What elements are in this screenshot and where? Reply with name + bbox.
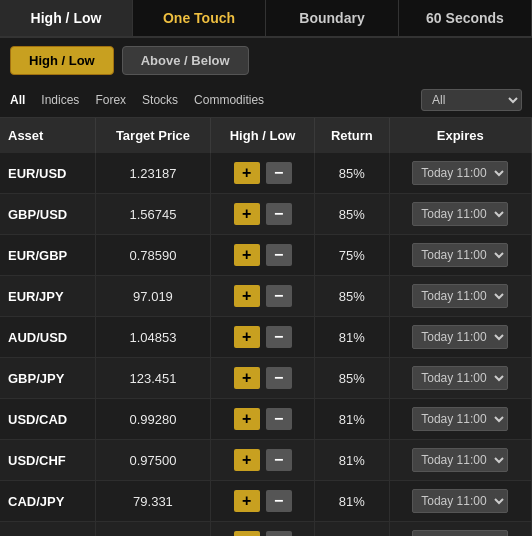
col-target-price: Target Price	[95, 118, 210, 153]
cell-target-price: 1.04853	[95, 317, 210, 358]
cell-high-low: +−	[210, 153, 314, 194]
cell-return: 81%	[315, 317, 389, 358]
cell-target-price: 97.019	[95, 276, 210, 317]
cell-high-low: +−	[210, 194, 314, 235]
table-row: AUD/USD1.04853+−81%Today 11:00	[0, 317, 532, 358]
btn-minus[interactable]: −	[266, 203, 292, 225]
cell-return: 85%	[315, 276, 389, 317]
btn-minus[interactable]: −	[266, 326, 292, 348]
table-row: AUD/JPY82.582+−72%Today 11:00	[0, 522, 532, 537]
btn-plus[interactable]: +	[234, 367, 260, 389]
btn-plus[interactable]: +	[234, 326, 260, 348]
col-high-low: High / Low	[210, 118, 314, 153]
cell-high-low: +−	[210, 481, 314, 522]
col-expires: Expires	[389, 118, 532, 153]
table-row: GBP/JPY123.451+−85%Today 11:00	[0, 358, 532, 399]
cell-return: 75%	[315, 235, 389, 276]
cell-return: 81%	[315, 440, 389, 481]
expires-dropdown[interactable]: Today 11:00	[412, 366, 508, 390]
top-tabs: High / Low One Touch Boundary 60 Seconds	[0, 0, 532, 38]
cell-return: 85%	[315, 194, 389, 235]
cell-asset: AUD/JPY	[0, 522, 95, 537]
cell-expires[interactable]: Today 11:00	[389, 399, 532, 440]
filter-commodities[interactable]: Commodities	[194, 93, 264, 107]
btn-plus[interactable]: +	[234, 203, 260, 225]
expires-dropdown[interactable]: Today 11:00	[412, 407, 508, 431]
cell-expires[interactable]: Today 11:00	[389, 481, 532, 522]
btn-plus[interactable]: +	[234, 531, 260, 536]
btn-minus[interactable]: −	[266, 490, 292, 512]
cell-high-low: +−	[210, 317, 314, 358]
btn-plus[interactable]: +	[234, 490, 260, 512]
btn-minus[interactable]: −	[266, 408, 292, 430]
btn-minus[interactable]: −	[266, 162, 292, 184]
cell-asset: GBP/JPY	[0, 358, 95, 399]
btn-plus[interactable]: +	[234, 162, 260, 184]
cell-asset: EUR/USD	[0, 153, 95, 194]
table-row: USD/CHF0.97500+−81%Today 11:00	[0, 440, 532, 481]
btn-plus[interactable]: +	[234, 408, 260, 430]
expires-dropdown[interactable]: Today 11:00	[412, 284, 508, 308]
btn-minus[interactable]: −	[266, 285, 292, 307]
cell-expires[interactable]: Today 11:00	[389, 522, 532, 537]
cell-expires[interactable]: Today 11:00	[389, 440, 532, 481]
table-row: CAD/JPY79.331+−81%Today 11:00	[0, 481, 532, 522]
cell-return: 72%	[315, 522, 389, 537]
expires-dropdown[interactable]: Today 11:00	[412, 202, 508, 226]
expires-dropdown[interactable]: Today 11:00	[412, 530, 508, 536]
expires-dropdown[interactable]: Today 11:00	[412, 161, 508, 185]
cell-asset: EUR/JPY	[0, 276, 95, 317]
filter-indices[interactable]: Indices	[41, 93, 79, 107]
cell-asset: GBP/USD	[0, 194, 95, 235]
expires-dropdown[interactable]: Today 11:00	[412, 489, 508, 513]
filter-all[interactable]: All	[10, 93, 25, 107]
cell-target-price: 123.451	[95, 358, 210, 399]
cell-target-price: 0.99280	[95, 399, 210, 440]
sub-tabs: High / Low Above / Below	[0, 38, 532, 83]
btn-plus[interactable]: +	[234, 244, 260, 266]
cell-return: 85%	[315, 153, 389, 194]
tab-60-seconds[interactable]: 60 Seconds	[399, 0, 532, 36]
btn-minus[interactable]: −	[266, 367, 292, 389]
filter-dropdown[interactable]: All EUR/USD GBP/USD EUR/GBP	[421, 89, 522, 111]
cell-target-price: 1.23187	[95, 153, 210, 194]
cell-target-price: 82.582	[95, 522, 210, 537]
btn-plus[interactable]: +	[234, 449, 260, 471]
cell-target-price: 1.56745	[95, 194, 210, 235]
cell-expires[interactable]: Today 11:00	[389, 317, 532, 358]
cell-target-price: 0.78590	[95, 235, 210, 276]
filter-row: All Indices Forex Stocks Commodities All…	[0, 83, 532, 118]
expires-dropdown[interactable]: Today 11:00	[412, 243, 508, 267]
filter-forex[interactable]: Forex	[95, 93, 126, 107]
cell-asset: USD/CAD	[0, 399, 95, 440]
cell-expires[interactable]: Today 11:00	[389, 235, 532, 276]
btn-minus[interactable]: −	[266, 449, 292, 471]
expires-dropdown[interactable]: Today 11:00	[412, 325, 508, 349]
expires-dropdown[interactable]: Today 11:00	[412, 448, 508, 472]
tab-high-low[interactable]: High / Low	[0, 0, 133, 36]
table-row: EUR/GBP0.78590+−75%Today 11:00	[0, 235, 532, 276]
btn-minus[interactable]: −	[266, 244, 292, 266]
btn-minus[interactable]: −	[266, 531, 292, 536]
cell-expires[interactable]: Today 11:00	[389, 276, 532, 317]
col-return: Return	[315, 118, 389, 153]
cell-expires[interactable]: Today 11:00	[389, 358, 532, 399]
table-row: GBP/USD1.56745+−85%Today 11:00	[0, 194, 532, 235]
cell-high-low: +−	[210, 399, 314, 440]
sub-tab-high-low[interactable]: High / Low	[10, 46, 114, 75]
cell-expires[interactable]: Today 11:00	[389, 153, 532, 194]
tab-boundary[interactable]: Boundary	[266, 0, 399, 36]
cell-high-low: +−	[210, 440, 314, 481]
filter-stocks[interactable]: Stocks	[142, 93, 178, 107]
cell-asset: EUR/GBP	[0, 235, 95, 276]
cell-target-price: 79.331	[95, 481, 210, 522]
tab-one-touch[interactable]: One Touch	[133, 0, 266, 36]
cell-return: 81%	[315, 481, 389, 522]
filter-select-wrapper: All EUR/USD GBP/USD EUR/GBP	[421, 89, 522, 111]
cell-expires[interactable]: Today 11:00	[389, 194, 532, 235]
cell-high-low: +−	[210, 358, 314, 399]
col-asset: Asset	[0, 118, 95, 153]
btn-plus[interactable]: +	[234, 285, 260, 307]
assets-table: Asset Target Price High / Low Return Exp…	[0, 118, 532, 536]
sub-tab-above-below[interactable]: Above / Below	[122, 46, 249, 75]
